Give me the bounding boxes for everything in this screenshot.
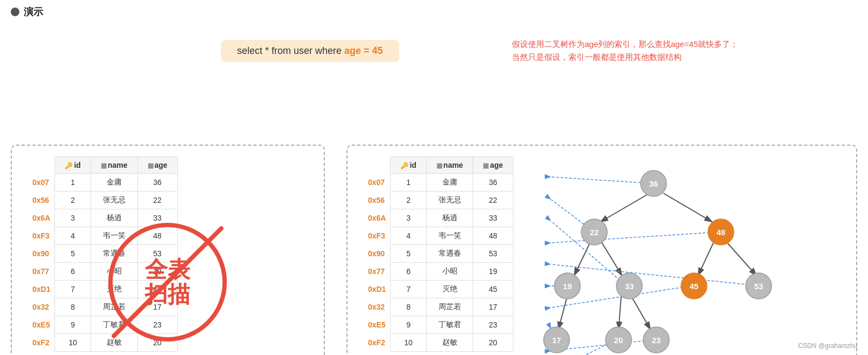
title-row: 演示 bbox=[11, 5, 857, 18]
table-row: 0x07 1 金庸 36 bbox=[358, 174, 513, 192]
credit: CSDN @grahamzhu bbox=[798, 342, 857, 350]
age-cell: 33 bbox=[137, 209, 177, 227]
node-22-text: 22 bbox=[589, 228, 599, 237]
name-cell: 张无忌 bbox=[426, 192, 473, 209]
addr-cell: 0x07 bbox=[358, 174, 391, 192]
dash-row4 bbox=[551, 232, 718, 243]
title-dot bbox=[11, 8, 19, 16]
addr-cell: 0xF3 bbox=[358, 227, 391, 245]
addr-cell: 0x07 bbox=[23, 174, 55, 192]
id-cell: 2 bbox=[391, 192, 426, 209]
col-id-left: 🔑id bbox=[55, 157, 91, 174]
table-row: 0x77 6 小昭 19 bbox=[358, 263, 513, 281]
table-row: 0x90 5 常遇春 53 bbox=[358, 245, 513, 263]
node-36-text: 36 bbox=[649, 179, 658, 188]
name-cell: 常遇春 bbox=[426, 245, 473, 263]
table-row: 0xF2 10 赵敏 20 bbox=[23, 334, 177, 352]
table-row: 0xF3 4 韦一笑 48 bbox=[23, 227, 177, 245]
addr-cell: 0x56 bbox=[23, 192, 55, 209]
edge-48-53 bbox=[726, 242, 757, 276]
id-cell: 1 bbox=[391, 174, 426, 192]
edge-19-17 bbox=[558, 296, 567, 330]
id-cell: 5 bbox=[55, 245, 91, 263]
table-row: 0x6A 3 杨逍 33 bbox=[358, 209, 513, 227]
table-row: 0xE5 9 丁敏君 23 bbox=[358, 316, 513, 334]
addr-cell: 0xF2 bbox=[23, 334, 55, 352]
id-cell: 5 bbox=[391, 245, 426, 263]
id-cell: 6 bbox=[391, 263, 426, 281]
left-table: 🔑id ▦name ▦age 0x07 1 金庸 36 0x56 2 张无忌 2… bbox=[23, 156, 178, 352]
addr-cell: 0xF2 bbox=[358, 334, 391, 352]
id-cell: 10 bbox=[391, 334, 426, 352]
name-cell: 张无忌 bbox=[91, 192, 137, 209]
edge-33-23 bbox=[631, 296, 651, 330]
annotation-line2: 当然只是假设，索引一般都是使用其他数据结构 bbox=[512, 51, 739, 64]
id-cell: 3 bbox=[391, 209, 426, 227]
age-cell: 20 bbox=[473, 334, 513, 352]
addr-cell: 0x6A bbox=[358, 209, 391, 227]
id-cell: 9 bbox=[55, 316, 91, 334]
col-age-left: ▦age bbox=[137, 157, 177, 174]
table-row: 0x77 6 小昭 19 bbox=[23, 263, 177, 281]
age-cell: 17 bbox=[473, 298, 513, 316]
age-cell: 48 bbox=[137, 227, 177, 245]
table-row: 0x56 2 张无忌 22 bbox=[23, 192, 177, 209]
id-cell: 2 bbox=[55, 192, 91, 209]
edge-33-20 bbox=[619, 296, 621, 330]
id-cell: 9 bbox=[391, 316, 426, 334]
addr-cell: 0xD1 bbox=[358, 281, 391, 298]
node-20-text: 20 bbox=[614, 336, 623, 345]
id-cell: 3 bbox=[55, 209, 91, 227]
name-cell: 小昭 bbox=[91, 263, 137, 281]
node-53-text: 53 bbox=[754, 282, 763, 291]
edge-22-19 bbox=[574, 242, 591, 276]
addr-cell: 0x90 bbox=[23, 245, 55, 263]
addr-cell: 0x32 bbox=[23, 298, 55, 316]
panel-with-index: 🔑id ▦name ▦age 0x07 1 金庸 36 0x56 2 张无忌 2… bbox=[346, 145, 857, 355]
addr-cell: 0x77 bbox=[358, 263, 391, 281]
table-row: 0xE5 9 丁敏君 23 bbox=[23, 316, 177, 334]
age-cell: 20 bbox=[137, 334, 177, 352]
main-content: 🔑id ▦name ▦age 0x07 1 金庸 36 0x56 2 张无忌 2… bbox=[11, 145, 857, 355]
sql-highlight: age = 45 bbox=[344, 45, 383, 56]
name-cell: 周芷若 bbox=[426, 298, 473, 316]
node-33-text: 33 bbox=[624, 282, 634, 291]
col-name-left: ▦name bbox=[91, 157, 137, 174]
annotation-line1: 假设使用二叉树作为age列的索引，那么查找age=45就快多了； bbox=[512, 38, 739, 51]
addr-cell: 0x6A bbox=[23, 209, 55, 227]
table-row: 0xD1 7 灭绝 45 bbox=[23, 281, 177, 298]
age-cell: 45 bbox=[137, 281, 177, 298]
id-cell: 4 bbox=[391, 227, 426, 245]
name-cell: 常遇春 bbox=[91, 245, 137, 263]
annotation-box: 假设使用二叉树作为age列的索引，那么查找age=45就快多了； 当然只是假设，… bbox=[512, 38, 739, 64]
col-id-right: 🔑id bbox=[391, 157, 426, 174]
right-panel-inner: 🔑id ▦name ▦age 0x07 1 金庸 36 0x56 2 张无忌 2… bbox=[358, 156, 845, 355]
name-cell: 赵敏 bbox=[91, 334, 137, 352]
name-cell: 杨逍 bbox=[426, 209, 473, 227]
table-row: 0x6A 3 杨逍 33 bbox=[23, 209, 177, 227]
addr-cell: 0x32 bbox=[358, 298, 391, 316]
page-title: 演示 bbox=[24, 5, 43, 18]
age-cell: 23 bbox=[473, 316, 513, 334]
id-cell: 7 bbox=[391, 281, 426, 298]
age-cell: 22 bbox=[137, 192, 177, 209]
age-cell: 53 bbox=[137, 245, 177, 263]
id-cell: 7 bbox=[55, 281, 91, 298]
name-cell: 丁敏君 bbox=[91, 316, 137, 334]
age-cell: 36 bbox=[137, 174, 177, 192]
addr-cell: 0xE5 bbox=[358, 316, 391, 334]
id-cell: 8 bbox=[55, 298, 91, 316]
sql-box: select * from user where age = 45 bbox=[221, 40, 399, 62]
dash-row1 bbox=[551, 177, 654, 183]
name-cell: 丁敏君 bbox=[426, 316, 473, 334]
addr-cell: 0xF3 bbox=[23, 227, 55, 245]
id-cell: 8 bbox=[391, 298, 426, 316]
table-row: 0xF3 4 韦一笑 48 bbox=[358, 227, 513, 245]
addr-cell: 0xD1 bbox=[23, 281, 55, 298]
col-name-right: ▦name bbox=[426, 157, 473, 174]
age-cell: 22 bbox=[473, 192, 513, 209]
dash-row5 bbox=[551, 264, 761, 286]
table-row: 0x32 8 周芷若 17 bbox=[23, 298, 177, 316]
table-row: 0xF2 10 赵敏 20 bbox=[358, 334, 513, 352]
node-23-text: 23 bbox=[651, 336, 661, 345]
